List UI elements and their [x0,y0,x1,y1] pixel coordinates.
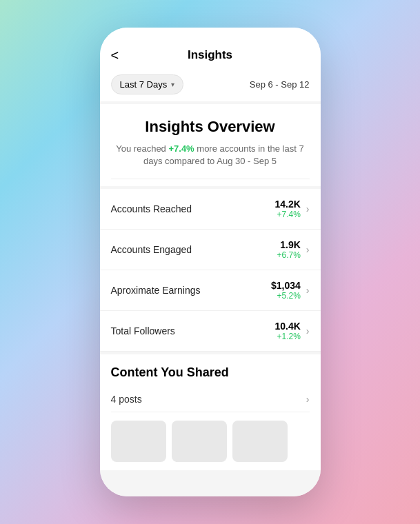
thumbnails-row [111,421,310,462]
metric-right-3: 10.4K +1.2% › [274,321,309,341]
metric-change-2: +5.2% [271,291,301,301]
posts-row[interactable]: 4 posts › [111,387,310,412]
overview-description: You reached +7.4% more accounts in the l… [111,143,310,168]
metric-value-block-1: 1.9K +6.7% [277,239,300,260]
metric-change-1: +6.7% [277,250,300,260]
filter-pill[interactable]: Last 7 Days ▾ [111,74,184,94]
content-title: Content You Shared [111,365,310,380]
filter-label: Last 7 Days [120,79,168,90]
metric-value-block-3: 10.4K +1.2% [274,321,300,341]
status-bar [100,28,321,41]
chevron-right-icon-2: › [306,285,310,296]
metric-row-0[interactable]: Accounts Reached 14.2K +7.4% › [100,189,321,230]
chevron-right-icon: › [306,394,310,405]
metric-change-0: +7.4% [274,210,300,219]
metric-value-0: 14.2K [274,199,300,210]
metric-right-1: 1.9K +6.7% › [277,239,309,260]
chevron-right-icon-3: › [306,325,310,336]
metric-row-2[interactable]: Aproximate Earnings $1,034 +5.2% › [100,270,321,311]
metric-label-1: Accounts Engaged [111,244,192,255]
metric-value-block-0: 14.2K +7.4% [274,199,300,219]
content-section: Content You Shared 4 posts › [100,354,321,470]
metric-right-0: 14.2K +7.4% › [274,199,309,219]
posts-label: 4 posts [111,394,142,405]
metric-change-3: +1.2% [274,332,300,341]
thumbnail-1[interactable] [111,421,166,462]
overview-title: Insights Overview [111,118,310,136]
phone-frame: < Insights Last 7 Days ▾ Sep 6 - Sep 12 … [100,28,321,496]
date-range-label: Sep 6 - Sep 12 [250,79,310,90]
metric-label-3: Total Followers [111,325,175,336]
metric-value-block-2: $1,034 +5.2% [271,280,301,301]
metric-value-2: $1,034 [271,280,301,291]
thumbnail-2[interactable] [172,421,227,462]
thumbnail-3[interactable] [232,421,288,462]
chevron-right-icon-1: › [306,244,310,255]
header: < Insights [100,41,321,68]
metric-right-2: $1,034 +5.2% › [271,280,310,301]
page-title: Insights [188,48,232,62]
divider [111,179,310,179]
chevron-down-icon: ▾ [171,81,174,88]
scroll-content: Last 7 Days ▾ Sep 6 - Sep 12 Insights Ov… [100,68,321,496]
metric-row-3[interactable]: Total Followers 10.4K +1.2% › [100,311,321,352]
desc-highlight: +7.4% [168,143,194,154]
metric-row-1[interactable]: Accounts Engaged 1.9K +6.7% › [100,230,321,270]
date-filter-bar: Last 7 Days ▾ Sep 6 - Sep 12 [100,68,321,101]
metrics-list: Accounts Reached 14.2K +7.4% › Accounts … [100,189,321,352]
chevron-right-icon-0: › [306,203,310,214]
desc-prefix: You reached [116,143,168,154]
metric-value-1: 1.9K [277,239,300,250]
metric-label-2: Aproximate Earnings [111,285,201,296]
overview-section: Insights Overview You reached +7.4% more… [100,104,321,186]
metric-label-0: Accounts Reached [111,203,192,214]
back-button[interactable]: < [111,48,119,62]
metric-value-3: 10.4K [274,321,300,332]
